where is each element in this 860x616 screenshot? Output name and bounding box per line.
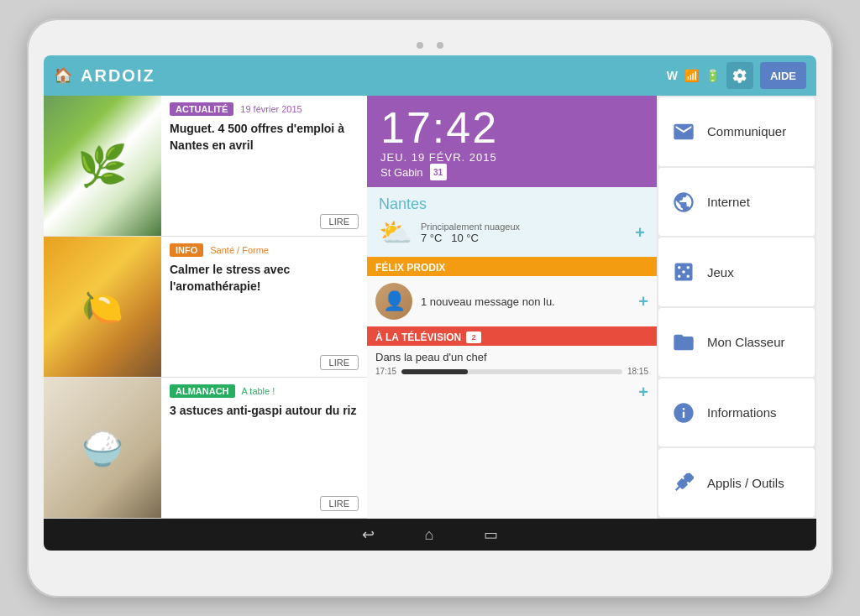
news-read-btn-1[interactable]: LIRE <box>320 214 359 229</box>
news-image-rice <box>44 378 161 518</box>
weather-description: Principalement nuageux <box>421 222 520 232</box>
tv-header: À LA TÉLÉVISION 2 <box>367 329 657 346</box>
tv-logo: 2 <box>466 331 481 343</box>
sidebar-communiquer-label: Communiquer <box>707 124 786 138</box>
tv-progress-bar <box>401 369 622 374</box>
tv-time-start: 17:15 <box>375 367 396 376</box>
sidebar-communiquer-button[interactable]: Communiquer <box>658 97 815 166</box>
weather-icon: ⛅ <box>379 217 412 248</box>
dice-icon <box>670 258 697 285</box>
tablet-frame: 🏠 ARDOIZ W 📶 🔋 AIDE <box>27 18 833 598</box>
tv-body: Dans la peau d'un chef 17:15 18:15 <box>367 346 657 381</box>
center-column: 17:42 JEU. 19 FÉVR. 2015 St Gabin 31 Nan… <box>367 96 657 519</box>
weather-widget: Nantes ⛅ Principalement nuageux 7 °C 10 … <box>367 187 657 257</box>
camera-area <box>417 42 443 49</box>
back-button[interactable]: ↩ <box>362 525 375 544</box>
recent-button[interactable]: ▭ <box>484 525 498 544</box>
tv-header-label: À LA TÉLÉVISION <box>375 331 461 343</box>
app-title: ARDOIZ <box>81 66 667 86</box>
home-nav-button[interactable]: ⌂ <box>425 526 434 544</box>
sidebar-internet-button[interactable]: Internet <box>658 168 815 237</box>
news-read-btn-3[interactable]: LIRE <box>320 496 359 511</box>
message-header: FÉLIX PRODIX <box>367 259 657 276</box>
tv-widget: À LA TÉLÉVISION 2 Dans la peau d'un chef… <box>367 326 657 519</box>
main-content: ACTUALITÉ 19 février 2015 Muguet. 4 500 … <box>44 96 816 519</box>
news-badge-2: INFO <box>170 243 203 257</box>
sidebar-jeux-button[interactable]: Jeux <box>658 238 815 306</box>
tv-time-end: 18:15 <box>627 367 648 376</box>
home-icon[interactable]: 🏠 <box>54 66 72 85</box>
right-sidebar: Communiquer Internet <box>657 96 816 519</box>
info-icon <box>670 399 697 426</box>
news-item-2: INFO Santé / Forme Calmer le stress avec… <box>44 237 367 378</box>
clock-saint: St Gabin 31 <box>380 164 643 180</box>
sidebar-internet-label: Internet <box>707 195 750 209</box>
sidebar-classeur-label: Mon Classeur <box>707 335 785 349</box>
news-date-1: 19 février 2015 <box>240 104 302 114</box>
sidebar-classeur-button[interactable]: Mon Classeur <box>658 308 815 377</box>
battery-icon: 🔋 <box>705 69 720 82</box>
news-image-lemon <box>44 237 161 377</box>
tv-progress-fill <box>401 369 468 374</box>
settings-button[interactable] <box>726 62 753 89</box>
clock-widget: 17:42 JEU. 19 FÉVR. 2015 St Gabin 31 <box>367 96 657 187</box>
news-body-2: INFO Santé / Forme Calmer le stress avec… <box>161 237 367 377</box>
folder-icon <box>670 329 697 356</box>
news-item-3: ALMANACH A table ! 3 astuces anti-gaspi … <box>44 378 367 519</box>
tv-time-bar: 17:15 18:15 <box>375 367 648 376</box>
message-avatar: 👤 <box>375 283 412 320</box>
clock-time: 17:42 <box>380 106 643 149</box>
news-read-btn-2[interactable]: LIRE <box>320 355 359 370</box>
weather-row: ⛅ Principalement nuageux 7 °C 10 °C + <box>379 217 645 248</box>
news-badge-3: ALMANACH <box>170 384 235 398</box>
globe-icon <box>670 189 697 216</box>
calendar-icon[interactable]: 31 <box>430 164 447 180</box>
news-title-2: Calmer le stress avec l'aromathérapie! <box>170 262 359 352</box>
message-plus-button[interactable]: + <box>638 292 648 311</box>
message-text: 1 nouveau message non lu. <box>421 295 630 308</box>
gear-icon <box>732 68 747 83</box>
clock-date: JEU. 19 FÉVR. 2015 <box>380 151 643 164</box>
sidebar-applis-button[interactable]: Applis / Outils <box>658 448 815 517</box>
saint-name: St Gabin <box>380 166 423 179</box>
aide-button[interactable]: AIDE <box>760 62 806 89</box>
news-title-3: 3 astuces anti-gaspi autour du riz <box>170 403 359 493</box>
camera-dot-2 <box>437 42 443 49</box>
news-meta-1: ACTUALITÉ 19 février 2015 <box>170 102 359 116</box>
news-category-3: A table ! <box>242 386 275 396</box>
wrench-icon <box>670 469 697 496</box>
news-title-1: Muguet. 4 500 offres d'emploi à Nantes e… <box>170 121 359 211</box>
sidebar-jeux-label: Jeux <box>707 265 734 279</box>
header-icons: W 📶 🔋 AIDE <box>667 62 806 89</box>
signal-label: W <box>667 69 678 82</box>
message-body: 👤 1 nouveau message non lu. + <box>367 276 657 326</box>
screen: 🏠 ARDOIZ W 📶 🔋 AIDE <box>44 55 816 551</box>
sidebar-applis-label: Applis / Outils <box>707 476 784 490</box>
weather-plus-button[interactable]: + <box>635 223 645 243</box>
sidebar-informations-label: Informations <box>707 405 777 420</box>
wifi-icon: 📶 <box>684 69 699 82</box>
tv-plus-button[interactable]: + <box>367 381 657 404</box>
news-meta-2: INFO Santé / Forme <box>170 243 359 257</box>
weather-temps: 7 °C 10 °C <box>421 232 520 244</box>
news-body-1: ACTUALITÉ 19 février 2015 Muguet. 4 500 … <box>161 96 367 236</box>
weather-city: Nantes <box>379 196 645 213</box>
header: 🏠 ARDOIZ W 📶 🔋 AIDE <box>44 55 816 96</box>
weather-info: Principalement nuageux 7 °C 10 °C <box>421 222 520 244</box>
news-body-3: ALMANACH A table ! 3 astuces anti-gaspi … <box>161 378 367 518</box>
news-badge-1: ACTUALITÉ <box>170 102 233 116</box>
message-widget: FÉLIX PRODIX 👤 1 nouveau message non lu.… <box>367 257 657 326</box>
sidebar-informations-button[interactable]: Informations <box>658 378 815 447</box>
email-icon <box>670 118 697 145</box>
tv-show-title: Dans la peau d'un chef <box>375 351 648 363</box>
news-item-1: ACTUALITÉ 19 février 2015 Muguet. 4 500 … <box>44 96 367 237</box>
news-image-flowers <box>44 96 161 236</box>
bottom-nav: ↩ ⌂ ▭ <box>44 519 816 551</box>
news-meta-3: ALMANACH A table ! <box>170 384 359 398</box>
camera-dot-1 <box>417 42 423 49</box>
news-category-2: Santé / Forme <box>210 245 269 255</box>
news-column: ACTUALITÉ 19 février 2015 Muguet. 4 500 … <box>44 96 367 519</box>
